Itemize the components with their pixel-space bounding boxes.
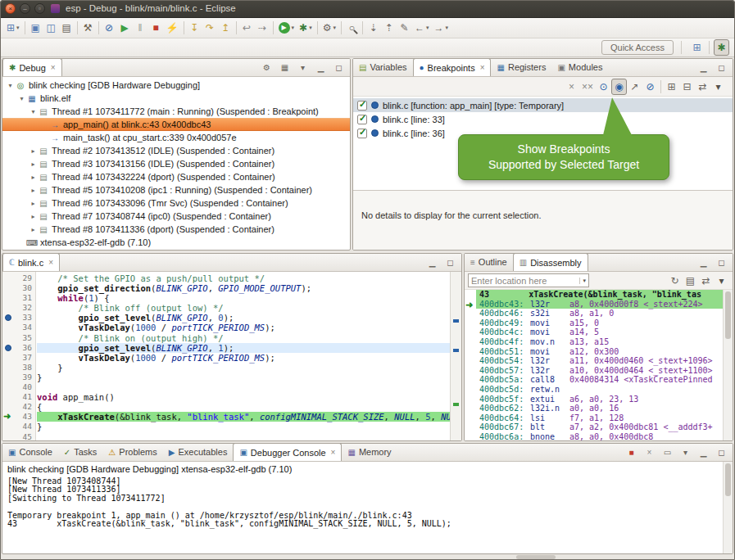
- quick-access-button[interactable]: Quick Access: [601, 40, 674, 55]
- sync-with-active-context-button[interactable]: ⇄: [698, 273, 714, 289]
- expand-toggle-icon[interactable]: ▾: [29, 108, 38, 115]
- overview-breakpoint-mark[interactable]: [453, 319, 459, 323]
- maximize-view-icon[interactable]: ◻: [714, 445, 729, 459]
- view-menu-icon[interactable]: ▾: [295, 61, 311, 75]
- debug-view-gears-icon[interactable]: ⚙: [259, 61, 274, 75]
- last-edit-location-button[interactable]: ✎: [397, 20, 412, 36]
- close-tab-icon[interactable]: ×: [48, 258, 53, 267]
- refresh-view-button[interactable]: ↻: [667, 273, 683, 289]
- open-perspective-button[interactable]: ⊞: [689, 39, 705, 56]
- debug-tree-item[interactable]: ▾◎blink checking [GDB Hardware Debugging…: [2, 79, 350, 92]
- breakpoint-marker-icon[interactable]: [5, 345, 11, 351]
- expand-toggle-icon[interactable]: ▸: [29, 187, 38, 194]
- drop-to-frame-button[interactable]: ↩: [239, 20, 255, 36]
- minimize-view-icon[interactable]: ▁: [696, 255, 711, 269]
- console-scrollbar[interactable]: [723, 462, 733, 553]
- debug-tree-item[interactable]: ▸▤Thread #4 1073432224 (dport) (Suspende…: [2, 170, 350, 183]
- previous-annotation-button[interactable]: ⇡: [381, 20, 397, 36]
- save-button[interactable]: ▣: [28, 20, 43, 36]
- tab-tasks[interactable]: ✓Tasks: [58, 443, 103, 461]
- forward-button[interactable]: →▾: [431, 20, 451, 36]
- editor-content[interactable]: ➜ 2930313233343536373839404142434445 /* …: [2, 272, 461, 440]
- minimize-view-icon[interactable]: ▁: [696, 61, 711, 75]
- remove-all-breakpoints-button[interactable]: ××: [579, 79, 596, 95]
- remove-selected-breakpoints-button[interactable]: ×: [564, 79, 579, 95]
- clear-console-button[interactable]: ▭: [660, 445, 675, 459]
- search-button[interactable]: ○: [344, 20, 360, 36]
- horizontal-scrollbar-thumb[interactable]: [516, 555, 556, 559]
- debug-tree-item[interactable]: ▾▦blink.elf: [2, 92, 350, 105]
- window-minimize-button[interactable]: –: [20, 3, 30, 14]
- debug-tree-item[interactable]: ▸▤Thread #2 1073413512 (IDLE) (Suspended…: [2, 144, 350, 157]
- debug-tree-item[interactable]: →app_main() at blink.c:43 0x400dbc43: [2, 118, 350, 131]
- debug-tree-item[interactable]: ▸▤Thread #8 1073411336 (dport) (Suspende…: [2, 223, 350, 236]
- tab-breakpoints[interactable]: ●Breakpoints×: [413, 58, 492, 76]
- scrollbar-thumb[interactable]: [725, 463, 731, 496]
- minimize-view-icon[interactable]: ▁: [696, 445, 711, 459]
- step-over-button[interactable]: ↷: [202, 20, 218, 36]
- location-combo[interactable]: Enter location here ▾: [468, 273, 589, 287]
- maximize-view-icon[interactable]: ◻: [714, 61, 729, 75]
- breakpoints-view-menu-icon[interactable]: ▾: [710, 79, 726, 95]
- next-annotation-button[interactable]: ⇣: [365, 20, 381, 36]
- tab-outline[interactable]: ≡Outline: [465, 253, 513, 271]
- debug-tree-item[interactable]: ▾▤Thread #1 1073411772 (main : Running) …: [2, 105, 350, 118]
- tab-blink-c[interactable]: ℂblink.c×: [2, 253, 60, 271]
- tab-console[interactable]: ▣Console: [2, 443, 58, 461]
- minimize-view-icon[interactable]: ▁: [424, 255, 440, 269]
- overview-breakpoint-mark[interactable]: [453, 349, 459, 352]
- overview-current-line-mark[interactable]: [453, 403, 459, 406]
- disassembly-lines[interactable]: 43 xTaskCreate(&blink_task, "blink_tas40…: [476, 290, 723, 440]
- breakpoint-checkbox[interactable]: [357, 115, 367, 124]
- close-tab-icon[interactable]: ×: [51, 63, 56, 72]
- breakpoint-item[interactable]: blink.c [line: 33]: [353, 112, 733, 126]
- debug-perspective-button[interactable]: ✱: [714, 39, 729, 56]
- editor-overview-ruler[interactable]: [450, 272, 461, 440]
- expand-toggle-icon[interactable]: ▸: [29, 213, 38, 220]
- expand-toggle-icon[interactable]: ▾: [6, 82, 15, 89]
- tab-variables[interactable]: ▤Variables: [353, 58, 413, 76]
- close-tab-icon[interactable]: ×: [331, 448, 336, 457]
- terminate-button[interactable]: ■: [148, 20, 164, 36]
- maximize-view-icon[interactable]: ◻: [442, 255, 458, 269]
- run-button[interactable]: ▶▾: [276, 20, 297, 36]
- tab-debugger-console[interactable]: ▣Debugger Console×: [233, 443, 342, 461]
- editor-annotation-ruler[interactable]: ➜: [2, 272, 14, 440]
- step-into-button[interactable]: ↧: [187, 20, 202, 36]
- disassembly-scrollbar[interactable]: [723, 290, 733, 440]
- expand-toggle-icon[interactable]: ▸: [29, 147, 38, 155]
- back-button[interactable]: ←▾: [412, 20, 432, 36]
- build-button[interactable]: ⚒: [80, 20, 96, 36]
- expand-toggle-icon[interactable]: ▸: [29, 226, 38, 233]
- maximize-view-icon[interactable]: ◻: [331, 61, 347, 75]
- show-source-button[interactable]: ▤: [683, 273, 698, 289]
- tab-memory[interactable]: ▦Memory: [342, 443, 397, 461]
- expand-toggle-icon[interactable]: ▸: [29, 174, 38, 181]
- go-to-file-button[interactable]: ↗: [627, 79, 642, 95]
- terminate-button[interactable]: ■: [624, 445, 639, 459]
- instruction-stepping-button[interactable]: ⇢: [255, 20, 270, 36]
- debug-tree-item[interactable]: ▸▤Thread #3 1073413156 (IDLE) (Suspended…: [2, 157, 350, 170]
- disconnect-button[interactable]: ⚡: [164, 20, 181, 36]
- expand-toggle-icon[interactable]: ▸: [29, 200, 38, 207]
- debug-view-layout-icon[interactable]: ▦: [277, 61, 293, 75]
- link-with-debug-view-button[interactable]: ⇄: [695, 79, 710, 95]
- breakpoint-checkbox[interactable]: [357, 129, 367, 138]
- maximize-view-icon[interactable]: ◻: [714, 255, 729, 269]
- resume-button[interactable]: ▶: [117, 20, 133, 36]
- tab-disassembly[interactable]: ▥Disassembly: [513, 253, 588, 271]
- close-tab-icon[interactable]: ×: [480, 63, 485, 72]
- new-button[interactable]: ⊞▾: [4, 20, 22, 36]
- expand-toggle-icon[interactable]: ▸: [29, 160, 38, 168]
- external-tools-button[interactable]: ⚙▾: [320, 20, 338, 36]
- minimize-view-icon[interactable]: ▁: [313, 61, 329, 75]
- editor-code-area[interactable]: /* Set the GPIO as a push/pull output */…: [37, 272, 450, 440]
- save-all-button[interactable]: ◫: [43, 20, 59, 36]
- show-supported-breakpoints-button[interactable]: ◉: [611, 79, 627, 95]
- print-button[interactable]: ▤: [59, 20, 75, 36]
- debug-tree-item[interactable]: →main_task() at cpu_start.c:339 0x400d05…: [2, 131, 350, 144]
- remove-launch-button[interactable]: ×: [642, 445, 657, 459]
- tab-modules[interactable]: ▣Modules: [551, 58, 608, 76]
- suspend-button[interactable]: ‖: [133, 20, 148, 36]
- disassembly-view-menu-icon[interactable]: ▾: [714, 273, 729, 289]
